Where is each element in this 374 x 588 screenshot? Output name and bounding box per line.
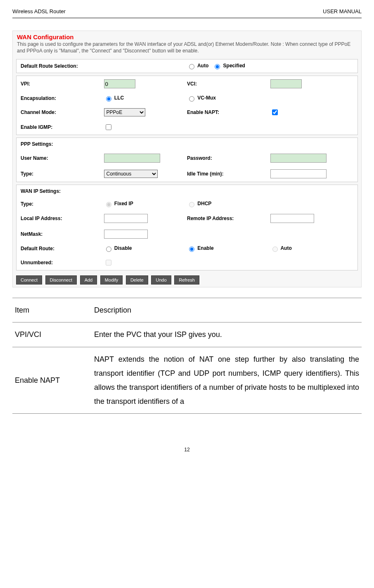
dhcp-radio[interactable] [189,202,194,207]
add-button[interactable]: Add [80,275,97,285]
specified-label: Specified [223,63,245,69]
defroute-label: Default Route: [21,246,104,251]
unnumbered-label: Unnumbered: [21,260,104,266]
desc-header: Description [92,298,362,322]
header-right: USER MANUAL [323,8,362,14]
napt-desc: NAPT extends the notion of NAT one step … [92,347,362,414]
fixedip-radio[interactable] [106,202,111,207]
vpivci-item: VPI/VCI [12,322,92,347]
password-label: Password: [187,155,270,161]
llc-label: LLC [114,95,124,101]
idle-time-label: Idle Time (min): [187,171,270,177]
table-row: Item Description [12,298,362,322]
napt-item: Enable NAPT [12,347,92,414]
netmask-input[interactable] [104,230,148,239]
enable-label: Enable [197,245,213,251]
page-number: 12 [12,447,362,453]
disconnect-button[interactable]: Disconnect [45,275,77,285]
table-row: VPI/VCI Enter the PVC that your ISP give… [12,322,362,347]
autoroute-radio[interactable] [272,247,278,252]
ppp-settings-label: PPP Settings: [21,141,104,147]
username-label: User Name: [21,155,104,161]
disable-label: Disable [114,245,132,251]
vci-input[interactable] [270,79,302,88]
encap-label: Encapsulation: [21,95,104,101]
wanip-settings-label: WAN IP Settings: [21,188,104,194]
default-route-label: Default Route Selection: [21,63,187,69]
dhcp-label: DHCP [197,201,211,206]
vcmux-radio[interactable] [189,96,194,102]
password-input[interactable] [270,154,327,163]
vpi-label: VPI: [21,81,104,87]
username-input[interactable] [104,154,160,163]
specified-radio[interactable] [215,64,220,69]
netmask-label: NetMask: [21,231,104,237]
llc-radio[interactable] [106,96,111,102]
remoteip-input[interactable] [270,214,314,223]
connect-button[interactable]: Connect [16,275,42,285]
type-label: Type: [21,171,104,177]
auto-radio[interactable] [189,64,194,69]
disable-radio[interactable] [106,247,111,252]
header-line [12,18,362,18]
enable-radio[interactable] [189,247,194,252]
header-row: Wireless ADSL Router USER MANUAL [12,8,362,14]
remoteip-label: Remote IP Address: [187,216,270,221]
refresh-button[interactable]: Refresh [174,275,199,285]
vcmux-label: VC-Mux [197,95,216,101]
wan-config-panel: WAN Configuration This page is used to c… [12,31,362,287]
idle-time-input[interactable] [270,169,327,178]
wan-description: This page is used to configure the param… [17,41,357,54]
localip-label: Local IP Address: [21,216,104,221]
delete-button[interactable]: Delete [126,275,148,285]
enable-napt-label: Enable NAPT: [187,109,270,115]
wanip-type-label: Type: [21,201,104,207]
channel-mode-label: Channel Mode: [21,109,104,115]
wan-title: WAN Configuration [17,33,357,40]
unnumbered-checkbox[interactable] [106,260,111,266]
table-row: Enable NAPT NAPT extends the notion of N… [12,347,362,414]
auto-label: Auto [197,63,208,69]
enable-napt-checkbox[interactable] [272,109,278,115]
item-header: Item [12,298,92,322]
undo-button[interactable]: Undo [151,275,171,285]
vpivci-desc: Enter the PVC that your ISP gives you. [92,322,362,347]
enable-igmp-checkbox[interactable] [106,124,111,130]
type-select[interactable]: Continuous [104,170,158,178]
vci-label: VCI: [187,81,270,87]
description-table: Item Description VPI/VCI Enter the PVC t… [12,298,362,414]
enable-igmp-label: Enable IGMP: [21,124,104,130]
modify-button[interactable]: Modify [100,275,123,285]
channel-mode-select[interactable]: PPPoE [104,108,145,116]
fixedip-label: Fixed IP [114,201,133,206]
localip-input[interactable] [104,214,148,223]
header-left: Wireless ADSL Router [12,8,66,14]
autoroute-label: Auto [280,245,291,251]
vpi-input[interactable] [104,79,135,88]
